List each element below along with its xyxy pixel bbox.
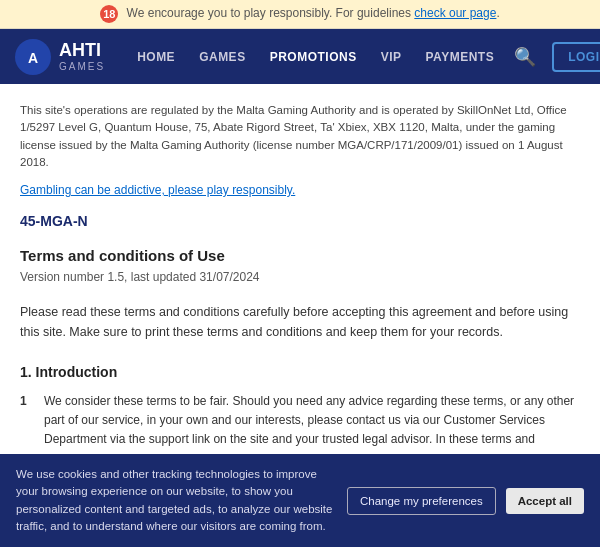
logo-name: AHTI: [59, 41, 105, 61]
gambling-link[interactable]: Gambling can be addictive, please play r…: [20, 183, 580, 197]
terms-title: Terms and conditions of Use: [20, 247, 580, 264]
nav-actions: 🔍 LOGIN SIGN UP: [506, 35, 600, 79]
warning-bar: 18 We encourage you to play responsibly.…: [0, 0, 600, 29]
nav-games[interactable]: GAMES: [187, 50, 258, 64]
warning-text: We encourage you to play responsibly. Fo…: [127, 6, 411, 20]
navigation: A AHTI GAMES HOME GAMES PROMOTIONS VIP P…: [0, 29, 600, 84]
nav-home[interactable]: HOME: [125, 50, 187, 64]
section-title: 1. Introduction: [20, 364, 580, 380]
license-badge: 45-MGA-N: [20, 213, 580, 229]
regulatory-text: This site's operations are regulated by …: [20, 102, 580, 171]
logo-text-block: AHTI GAMES: [59, 41, 105, 72]
nav-promotions[interactable]: PROMOTIONS: [258, 50, 369, 64]
logo: A AHTI GAMES: [15, 39, 105, 75]
age-badge: 18: [100, 5, 118, 23]
nav-vip[interactable]: VIP: [369, 50, 414, 64]
logo-sub: GAMES: [59, 61, 105, 72]
version-text: Version number 1.5, last updated 31/07/2…: [20, 270, 580, 284]
nav-links: HOME GAMES PROMOTIONS VIP PAYMENTS: [125, 50, 506, 64]
cookie-banner: We use cookies and other tracking techno…: [0, 454, 600, 547]
cookie-preferences-button[interactable]: Change my preferences: [347, 487, 496, 515]
svg-text:A: A: [28, 50, 38, 66]
nav-payments[interactable]: PAYMENTS: [414, 50, 507, 64]
search-button[interactable]: 🔍: [506, 42, 544, 72]
cookie-text: We use cookies and other tracking techno…: [16, 466, 337, 535]
login-button[interactable]: LOGIN: [552, 42, 600, 72]
check-page-link[interactable]: check our page: [414, 6, 496, 20]
intro-paragraph: Please read these terms and conditions c…: [20, 302, 580, 342]
logo-icon: A: [15, 39, 51, 75]
cookie-accept-button[interactable]: Accept all: [506, 488, 584, 514]
